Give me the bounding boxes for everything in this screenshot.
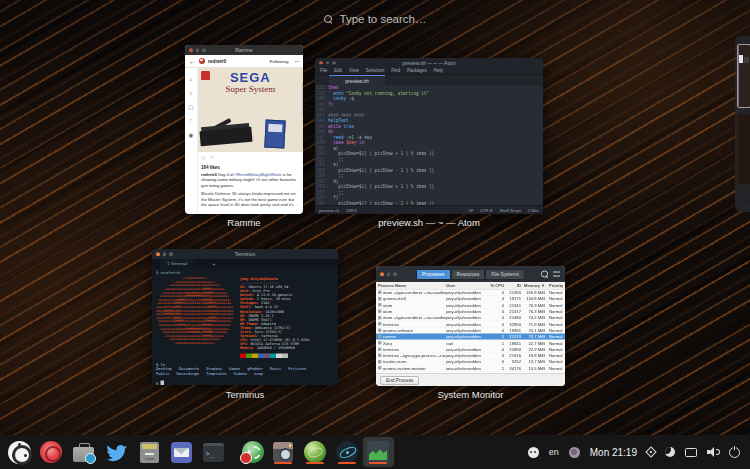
likes-count: 164 likes: [201, 165, 300, 170]
process-row: gnome-softwarejoey-elijahsneddon01938170…: [376, 327, 565, 333]
window-controls-icon: [319, 61, 336, 65]
search-icon: [541, 271, 548, 278]
tab-terminal-1: 1 Terminal: [160, 259, 194, 268]
dock-app-files[interactable]: [136, 439, 162, 465]
window-preview-terminus[interactable]: Terminus 1 Terminal + $ neofetch .-/+oos…: [152, 249, 338, 385]
display-icon[interactable]: [685, 448, 697, 457]
new-tab-icon: +: [212, 261, 216, 267]
dock-app-atom[interactable]: [334, 439, 360, 465]
dock-app-terminal[interactable]: >_: [200, 439, 226, 465]
process-table: Process NameUser% CPUIDMemory ▼Priority …: [376, 282, 565, 373]
tab-preview-sh: preview.sh: [329, 75, 385, 85]
terminus-title: Terminus: [235, 251, 255, 257]
tab-resources: Resources: [451, 269, 486, 280]
twitter-bird-icon: [105, 441, 127, 463]
process-row: tracker-storejoey-elijahsneddon0525213.7…: [376, 359, 565, 365]
atom-tab-bar: preview.sh: [315, 75, 543, 85]
process-row: atomjoey-elijahsneddon02131776.3 MiBNorm…: [376, 308, 565, 314]
window-label-system-monitor: System Monitor: [376, 389, 565, 400]
keyboard-layout-indicator[interactable]: en: [549, 447, 559, 457]
search-icon: [324, 15, 333, 24]
like-icon: ♡: [201, 154, 206, 161]
terminal-output: $ neofetch .-/+oossssoo+/-. `:+sssssssss…: [152, 268, 338, 385]
system-monitor-chart-icon: [367, 441, 389, 463]
dock-app-ramme[interactable]: [270, 439, 296, 465]
dock-app-ubuntu-dash[interactable]: [6, 439, 32, 465]
indicator-applet-icon[interactable]: [528, 447, 539, 458]
window-controls-icon: [156, 252, 173, 256]
workspace-thumbnail-empty[interactable]: [738, 114, 750, 184]
search-bar[interactable]: Type to search…: [0, 8, 750, 30]
atom-logo-icon: [336, 441, 358, 463]
green-sphere-icon: [304, 441, 326, 463]
menu-icon: [553, 272, 560, 277]
system-tray: en Mon 21:19: [528, 435, 740, 469]
retro-camera-icon: [273, 442, 293, 462]
process-row: atom --type=renderer --no-sandbox —joey-…: [376, 290, 565, 296]
running-indicator: [369, 462, 387, 465]
terminal-cursor: [161, 380, 165, 385]
process-row: gnome-shelljoey-elijahsneddon419171134.8…: [376, 296, 565, 302]
window-label-atom: preview.sh — ~ — Atom: [315, 217, 543, 228]
more-icon: •••: [294, 59, 299, 64]
sysmon-headerbar: Processes Resources File Systems: [376, 266, 565, 282]
sega-logo-text: SEGA: [198, 70, 303, 85]
power-icon[interactable]: [729, 447, 740, 458]
ramme-titlebar: Ramme: [185, 45, 303, 55]
post-caption: redretr0 Day 4 of #RetroMilitaryMightWee…: [201, 172, 300, 188]
dock-app-system-monitor[interactable]: [365, 439, 391, 465]
post-actions: ♡ ◌: [198, 152, 303, 163]
running-indicator: [274, 462, 292, 465]
status-badge-icon[interactable]: [569, 447, 580, 458]
process-row: terminusjoey-elijahsneddon03295071.9 MiB…: [376, 321, 565, 327]
window-preview-atom[interactable]: preview.sh — ~ — Atom FileEditViewSelect…: [315, 58, 543, 214]
window-controls-icon: [189, 48, 206, 52]
volume-icon[interactable]: [707, 447, 719, 457]
window-controls-icon: [380, 272, 397, 276]
sysmon-bottom-bar: End Process: [376, 373, 565, 386]
running-indicator: [306, 462, 324, 465]
night-light-icon[interactable]: [665, 447, 675, 457]
dock-app-games-emulator[interactable]: [240, 439, 266, 465]
atom-code-editor: 138then139 echo "Conky not running, star…: [315, 85, 543, 205]
back-icon: ←: [189, 58, 196, 65]
process-row: atom --type=renderer --no-sandbox —joey-…: [376, 315, 565, 321]
window-label-terminus: Terminus: [152, 389, 338, 400]
ramme-username: redretr0: [208, 59, 226, 64]
console-image: [199, 127, 252, 146]
neofetch-ubuntu-ascii-art: .-/+oossssoo+/-. `:+ssssssssssssssssss+:…: [156, 277, 233, 351]
game-box-image: [264, 119, 285, 148]
terminus-titlebar: Terminus: [152, 249, 338, 259]
dock-app-twitter[interactable]: [103, 439, 129, 465]
window-preview-system-monitor[interactable]: Processes Resources File Systems Process…: [376, 266, 565, 386]
envelope-icon: [171, 442, 192, 463]
atom-status-bar: preview.sh139:9 LFUTF-8Shell Script2 fil…: [315, 205, 543, 214]
red-circle-app-icon: [40, 441, 62, 463]
location-indicator-icon[interactable]: [645, 446, 656, 457]
dock-app-lollypop-music[interactable]: [38, 439, 64, 465]
process-row: Xorgroot11894122.7 MiBNormal: [376, 340, 565, 346]
workspace-switcher[interactable]: [735, 36, 750, 212]
dock-app-software-updater[interactable]: [70, 439, 96, 465]
window-label-ramme: Ramme: [185, 217, 303, 228]
search-placeholder: Type to search…: [340, 13, 427, 25]
briefcase-update-icon: [73, 447, 94, 462]
process-row: gnome-system-monitorjoey-elijahsneddon13…: [376, 365, 565, 371]
green-game-disc-icon: [242, 441, 264, 463]
process-row: atomjoey-elijahsneddon02134176.9 MiBNorm…: [376, 302, 565, 308]
hashtag-link: #RetroMilitaryMightWeek: [234, 172, 281, 177]
ubuntu-logo-icon: [8, 441, 31, 464]
dock-app-mail[interactable]: [168, 439, 194, 465]
avatar: [199, 58, 205, 64]
clock[interactable]: Mon 21:19: [590, 447, 637, 458]
file-cabinet-icon: [140, 442, 159, 463]
atom-titlebar: preview.sh — ~ — Atom: [315, 58, 543, 67]
process-row: rammejoey-elijahsneddon12123370.7 MiBNor…: [376, 334, 565, 340]
scrollbar: [302, 82, 304, 116]
window-preview-ramme[interactable]: Ramme ← redretr0 Following ••• ⌂○▢♡◉ SEG…: [185, 45, 303, 214]
workspace-thumbnail-active[interactable]: [738, 45, 750, 107]
comment-icon: ◌: [210, 154, 214, 161]
neofetch-system-info: joey-elijah@ubuntu------------------OS: …: [240, 277, 310, 351]
bottom-panel: >_ en Mon 21:19: [0, 435, 750, 469]
dock-app-terminus[interactable]: [302, 439, 328, 465]
